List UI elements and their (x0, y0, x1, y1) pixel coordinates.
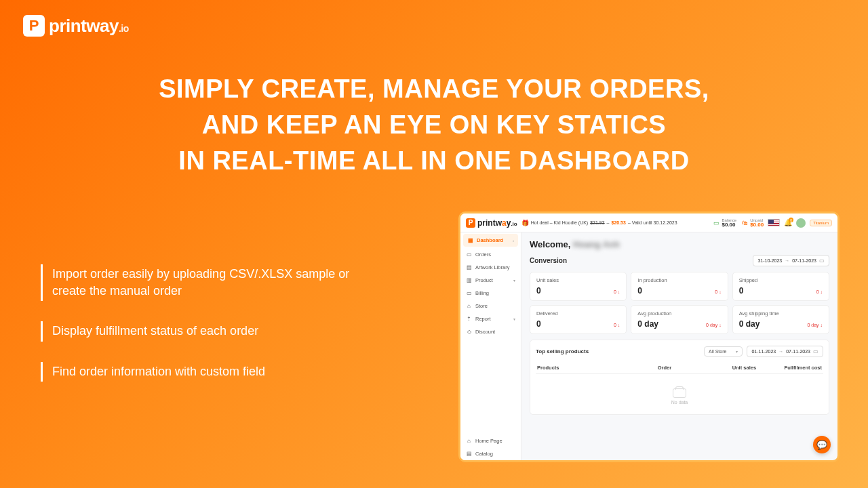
hot-deal-banner[interactable]: 🎁 Hot deal – Kid Hoodie (UK) $21.93 – $2… (521, 220, 677, 226)
sidebar-icon: ◇ (466, 329, 472, 335)
sidebar: ▦Dashboard‹▭Orders▤Artwork Library▥Produ… (460, 232, 521, 460)
metric-value: 0 day (739, 319, 760, 329)
sidebar-item-store[interactable]: ⌂Store (460, 300, 521, 312)
metric-delta: 0 day ↓ (807, 323, 823, 327)
calendar-icon: ▭ (813, 348, 818, 354)
welcome-heading: Welcome, Hoang Anh (530, 239, 829, 249)
metric-label: Unit sales (536, 277, 620, 283)
chat-icon: 💬 (816, 440, 827, 450)
main-content: Welcome, Hoang Anh Conversion 31-10-2023… (521, 232, 837, 460)
sidebar-icon: ▭ (466, 290, 472, 296)
sidebar-icon: ▤ (466, 264, 472, 270)
sidebar-icon: ▦ (467, 237, 473, 243)
calendar-icon: ▭ (819, 258, 825, 264)
store-select[interactable]: All Store▾ (704, 346, 743, 357)
sidebar-item-label: Store (475, 303, 488, 309)
wallet-icon: ▭ (712, 219, 720, 227)
metric-delta: 0 ↓ (816, 289, 823, 294)
metric-delta: 0 ↓ (715, 289, 721, 294)
brand-logo: P printway.io (23, 15, 129, 37)
metric-label: Shipped (739, 277, 823, 283)
sidebar-icon: ⌂ (466, 438, 472, 444)
sidebar-item-label: Artwork Library (475, 264, 509, 270)
notification-bell-icon[interactable]: 🔔0 (784, 219, 792, 226)
metric-label: Avg production (637, 310, 721, 317)
avatar[interactable] (796, 218, 806, 228)
sidebar-item-label: Report (475, 316, 491, 322)
sidebar-item-label: Product (475, 277, 493, 283)
empty-box-icon (673, 388, 686, 398)
sidebar-icon: ▭ (466, 251, 472, 258)
sidebar-item-artwork-library[interactable]: ▤Artwork Library (460, 261, 521, 274)
sidebar-item-label: Home Page (475, 438, 502, 444)
metric-delta: 0 day ↓ (706, 323, 722, 327)
sidebar-item-label: Dashboard (477, 237, 503, 243)
metric-label: Avg shipping time (739, 310, 823, 317)
sidebar-item-label: Billing (475, 290, 489, 296)
sidebar-item-report[interactable]: ⇡Report▾ (460, 312, 521, 325)
gift-icon: 🎁 (521, 220, 529, 226)
sidebar-icon: ⌂ (466, 303, 472, 309)
feature-item: Display fulfillment status of each order (41, 321, 353, 341)
metric-value: 0 (536, 286, 541, 296)
sidebar-item-product[interactable]: ▥Product▾ (460, 274, 521, 287)
metric-delta: 0 ↓ (614, 323, 620, 327)
conversion-title: Conversion (530, 257, 567, 264)
feature-item: Import order easily by uploading CSV/.XL… (41, 264, 353, 301)
feature-list: Import order easily by uploading CSV/.XL… (41, 264, 353, 402)
metric-card: Avg production0 day0 day ↓ (631, 305, 728, 334)
balance-display[interactable]: ▭ Balance$0.00 (712, 218, 736, 228)
metrics-grid: Unit sales00 ↓In production00 ↓Shipped00… (530, 272, 829, 334)
metric-value: 0 (536, 319, 541, 329)
metric-delta: 0 ↓ (614, 289, 620, 294)
metric-card: Avg shipping time0 day0 day ↓ (732, 305, 829, 334)
app-header: P printway.io 🎁 Hot deal – Kid Hoodie (U… (460, 214, 837, 232)
sidebar-item-orders[interactable]: ▭Orders (460, 248, 521, 261)
sidebar-icon: ▥ (466, 277, 472, 283)
top-selling-section: Top selling products All Store▾ 01-11-20… (530, 340, 829, 415)
metric-value: 0 (637, 286, 642, 296)
logo-mark: P (23, 15, 45, 37)
sidebar-item-home-page[interactable]: ⌂Home Page (460, 434, 521, 447)
sidebar-item-dashboard[interactable]: ▦Dashboard‹ (463, 234, 518, 247)
top-selling-title: Top selling products (536, 348, 700, 354)
unpaid-display[interactable]: 🛍 Unpaid$0.00 (741, 218, 764, 228)
sidebar-item-billing[interactable]: ▭Billing (460, 287, 521, 300)
chat-fab[interactable]: 💬 (813, 436, 831, 453)
sidebar-item-label: Catalog (475, 451, 493, 457)
top-selling-table-header: Products Order Unit sales Fullfilment co… (536, 362, 823, 374)
sidebar-icon: ▤ (466, 451, 472, 457)
dashboard-window: P printway.io 🎁 Hot deal – Kid Hoodie (U… (458, 211, 840, 462)
headline: SIMPLY CREATE, MANAGE YOUR ORDERS, AND K… (0, 71, 868, 180)
metric-value: 0 (739, 286, 744, 296)
sidebar-item-discount[interactable]: ◇Discount (460, 325, 521, 338)
metric-value: 0 day (637, 319, 658, 329)
tier-badge: Titanium (810, 220, 832, 226)
feature-item: Find order information with custom field (41, 362, 353, 382)
app-logo[interactable]: P printway.io (466, 218, 517, 228)
metric-card: In production00 ↓ (631, 272, 728, 301)
locale-flag[interactable] (768, 219, 780, 226)
metric-label: Delivered (536, 310, 620, 317)
metric-card: Shipped00 ↓ (732, 272, 829, 301)
metric-label: In production (637, 277, 721, 283)
top-selling-date-range[interactable]: 01-11-2023→07-11-2023 ▭ (747, 346, 823, 357)
sidebar-item-label: Discount (475, 329, 495, 335)
no-data-placeholder: No data (536, 379, 823, 409)
metric-card: Delivered00 ↓ (530, 305, 627, 334)
chevron-down-icon: ▾ (513, 317, 515, 321)
chevron-down-icon: ▾ (513, 278, 515, 283)
sidebar-item-label: Orders (475, 251, 491, 258)
logo-mark-icon: P (466, 218, 475, 228)
sidebar-item-catalog[interactable]: ▤Catalog (460, 447, 521, 460)
metric-card: Unit sales00 ↓ (530, 272, 627, 301)
logo-text: printway.io (49, 16, 129, 37)
conversion-date-range[interactable]: 31-10-2023→07-11-2023 ▭ (753, 255, 829, 266)
chevron-down-icon: ▾ (736, 349, 738, 354)
chevron-left-icon: ‹ (513, 239, 514, 243)
sidebar-icon: ⇡ (466, 316, 472, 322)
bag-icon: 🛍 (741, 219, 749, 227)
